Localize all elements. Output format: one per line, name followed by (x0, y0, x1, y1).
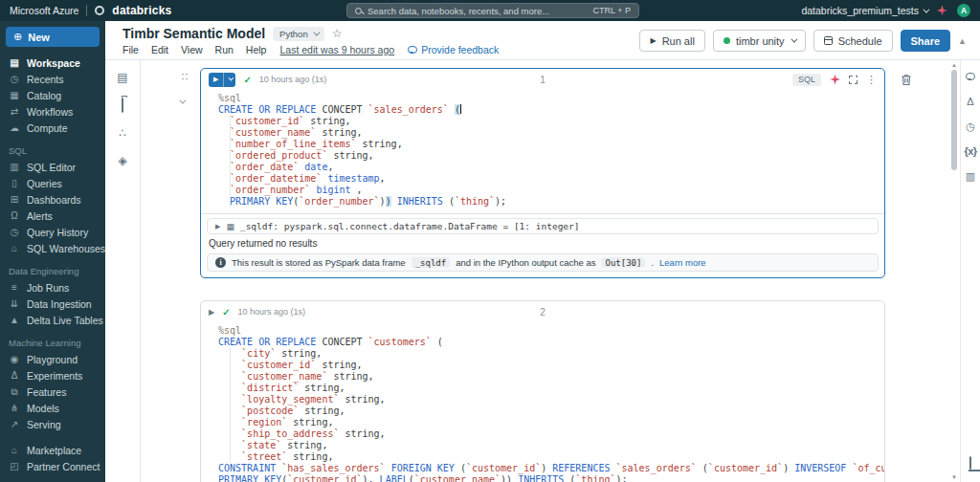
sidebar-item-catalog[interactable]: ▦Catalog (0, 87, 105, 103)
code-editor[interactable]: %sqlCREATE OR REPLACE CONCEPT `customers… (201, 322, 884, 482)
provide-feedback-link[interactable]: Provide feedback (408, 44, 499, 55)
learn-more-link[interactable]: Learn more (659, 257, 706, 268)
variables-icon[interactable]: {x} (964, 146, 976, 157)
cluster-selector[interactable]: timbr unity (713, 30, 806, 52)
corner (849, 81, 852, 84)
playground-icon: ◉ (9, 354, 20, 364)
dashboards-icon: ⊞ (9, 194, 20, 205)
menu-view[interactable]: View (181, 44, 203, 55)
workspace-icon: ▤ (9, 57, 20, 68)
cell-menu-icon[interactable]: ⋮ (866, 75, 877, 85)
global-search-input[interactable]: Search data, notebooks, recents, and mor… (346, 3, 639, 18)
menu-file[interactable]: File (122, 44, 139, 55)
collapse-header-icon[interactable]: ▲ (958, 36, 967, 46)
sidebar-item-label: Partner Connect (27, 461, 100, 472)
play-icon: ▶ (650, 36, 656, 45)
divider (86, 5, 87, 16)
result-dataframe-row[interactable]: ▶▦_sqldf: pyspark.sql.connect.dataframe.… (207, 218, 879, 234)
cell-number: 1 (540, 75, 546, 85)
sidebar-item-recents[interactable]: ◷Recents (0, 71, 105, 87)
toc-icon[interactable]: ▤ (117, 72, 127, 83)
drag-handle-icon[interactable] (181, 72, 188, 81)
folder-icon[interactable] (122, 99, 123, 111)
collapse-cell-icon[interactable] (179, 91, 184, 108)
delete-cell-icon[interactable] (901, 74, 912, 86)
workspace-switcher[interactable]: databricks_premium_tests (801, 5, 927, 16)
menu-edit[interactable]: Edit (151, 44, 168, 55)
sidebar-item-models[interactable]: ⋔Models (0, 400, 105, 416)
code-line: `postcode` string, (218, 405, 877, 417)
sidebar-item-label: Playground (27, 354, 78, 365)
models-icon: ⋔ (9, 403, 20, 413)
terminal-icon[interactable] (969, 458, 971, 469)
scroll-down-icon[interactable]: ▼ (951, 474, 957, 480)
menu-help[interactable]: Help (246, 44, 267, 55)
version-history-icon[interactable]: ◷ (966, 121, 975, 132)
code-line: `city` string, (218, 348, 877, 360)
azure-logo: Microsoft Azure (10, 5, 78, 16)
avatar[interactable]: A (957, 4, 970, 17)
lineage-icon[interactable]: ∴ (119, 127, 126, 139)
sidebar-item-marketplace[interactable]: ⌂Marketplace (0, 442, 105, 458)
comments-icon[interactable] (966, 72, 975, 82)
sidebar-item-sql-editor[interactable]: ▥SQL Editor (0, 159, 105, 175)
cell-language-badge[interactable]: SQL (792, 74, 821, 86)
expand-result-icon[interactable]: ▶ (215, 223, 220, 230)
code-line: `number_of_line_items` string, (218, 139, 877, 150)
vertical-scrollbar[interactable]: ▲ ▼ (948, 60, 960, 482)
run-cell-button[interactable]: ▶ (209, 308, 214, 317)
sidebar-item-features[interactable]: ⧉Features (0, 383, 105, 400)
alerts-icon: Ω (9, 210, 20, 221)
sidebar-item-sql-warehouses[interactable]: ⌂SQL Warehouses (0, 240, 105, 256)
sidebar-item-workflows[interactable]: ⇄Workflows (0, 103, 105, 120)
sidebar-item-queries[interactable]: ▯Queries (0, 175, 105, 191)
sidebar-item-label: Query History (27, 227, 88, 238)
assistant-icon[interactable] (830, 75, 840, 85)
share-label: Share (911, 35, 941, 47)
chevron-down-icon (179, 98, 186, 104)
plus-circle-icon: ⊕ (13, 31, 22, 43)
language-selector[interactable]: Python (273, 27, 324, 41)
sidebar-item-compute[interactable]: ☁Compute (0, 120, 105, 136)
scroll-up-icon[interactable]: ▲ (951, 62, 957, 68)
code-line: CREATE OR REPLACE CONCEPT `sales_orders`… (218, 104, 877, 116)
sidebar-item-delta-live-tables[interactable]: ▲Delta Live Tables (0, 312, 105, 328)
expand-cell-icon[interactable] (849, 76, 858, 84)
cell-run-time: 10 hours ago (1s) (238, 307, 306, 317)
share-button[interactable]: Share (901, 30, 951, 52)
menu-run[interactable]: Run (215, 44, 234, 55)
assistant-icon[interactable]: ◈ (118, 155, 126, 166)
notebook-right-panel: Δ◷{x}▥ (960, 60, 980, 482)
result-info-banner: iThis result is stored as PySpark data f… (207, 253, 879, 272)
data-ingestion-icon: ⇊ (9, 298, 20, 309)
sidebar-item-label: Models (27, 403, 59, 414)
sidebar-item-serving[interactable]: ↗Serving (0, 416, 105, 432)
search-icon (355, 8, 362, 14)
run-all-button[interactable]: ▶ Run all (639, 30, 704, 52)
laptop-shape (969, 456, 971, 470)
chevron-down-icon (229, 76, 234, 81)
assistant-icon[interactable] (937, 6, 947, 16)
sidebar-item-experiments[interactable]: ΔExperiments (0, 367, 105, 383)
scrollbar-thumb[interactable] (951, 70, 957, 170)
code-editor[interactable]: %sqlCREATE OR REPLACE CONCEPT `sales_ord… (201, 90, 884, 213)
run-options-caret[interactable] (223, 73, 235, 87)
sidebar-item-workspace[interactable]: ▤Workspace (0, 55, 105, 71)
experiments-panel-icon[interactable]: Δ (967, 97, 973, 107)
run-cell-button[interactable]: ▶ (209, 73, 235, 87)
sidebar-item-alerts[interactable]: ΩAlerts (0, 208, 105, 224)
sidebar-item-job-runs[interactable]: ≡Job Runs (0, 279, 105, 296)
notebook-title[interactable]: Timbr Semantic Model (122, 26, 265, 41)
cell-tools: SQL⋮ (792, 74, 877, 86)
schedule-button[interactable]: Schedule (813, 30, 893, 52)
sidebar-item-dashboards[interactable]: ⊞Dashboards (0, 191, 105, 208)
sidebar-item-query-history[interactable]: ◷Query History (0, 224, 105, 240)
libraries-icon[interactable]: ▥ (966, 171, 975, 182)
last-edit-link[interactable]: Last edit was 9 hours ago (279, 44, 394, 55)
expand-shape (849, 76, 858, 84)
favorite-star-icon[interactable]: ☆ (332, 27, 343, 40)
new-button[interactable]: ⊕ New (6, 27, 100, 47)
sidebar-item-playground[interactable]: ◉Playground (0, 351, 105, 367)
sidebar-item-data-ingestion[interactable]: ⇊Data Ingestion (0, 296, 105, 312)
sidebar-item-partner-connect[interactable]: ◰Partner Connect (0, 458, 105, 474)
